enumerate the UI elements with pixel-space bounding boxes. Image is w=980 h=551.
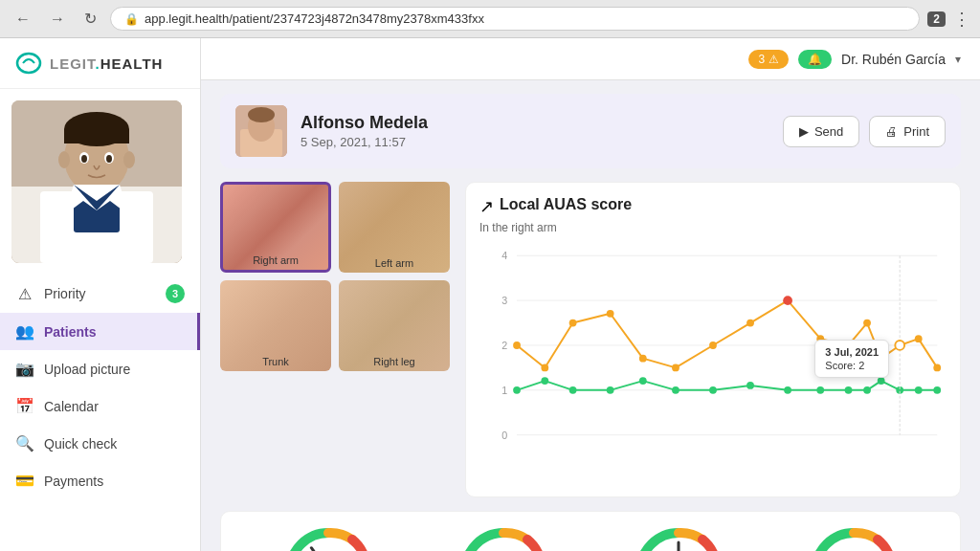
chart-title: Local AUAS score	[500, 196, 632, 213]
nav-label-payments: Payments	[44, 474, 103, 489]
nav-icon-payments: 💳	[15, 472, 34, 490]
notification-button[interactable]: 🔔	[798, 50, 832, 69]
sidebar-item-quick-check[interactable]: 🔍 Quick check	[0, 425, 200, 462]
sidebar-item-upload[interactable]: 📷 Upload picture	[0, 350, 200, 387]
svg-point-42	[915, 335, 923, 342]
nav-icon-priority: ⚠	[15, 285, 34, 303]
logo-icon	[15, 52, 42, 75]
forward-button[interactable]: →	[44, 9, 71, 30]
patient-name: Alfonso Medela	[301, 113, 769, 133]
logo-part2: HEALTH	[100, 55, 164, 72]
patient-date: 5 Sep, 2021, 11:57	[301, 135, 769, 149]
svg-rect-7	[64, 129, 129, 143]
patient-header: Alfonso Medela 5 Sep, 2021, 11:57 ▶ Send…	[220, 94, 961, 168]
image-label-trunk: Trunk	[262, 356, 289, 367]
svg-point-53	[816, 386, 824, 394]
send-button[interactable]: ▶ Send	[783, 116, 859, 147]
avatar-silhouette	[11, 100, 182, 263]
alert-count: 3	[758, 53, 765, 66]
chart-area: ↗ Local AUAS score In the right arm	[465, 182, 961, 497]
image-label-right-arm: Right arm	[253, 254, 299, 266]
user-name[interactable]: Dr. Rubén García	[841, 52, 946, 67]
nav-icon-calendar: 📅	[15, 397, 34, 415]
chart-container: 4 3 2 1 0	[479, 244, 947, 454]
send-label: Send	[814, 124, 843, 139]
svg-point-47	[607, 386, 614, 394]
gauge-wrap-right-leg: 2	[806, 523, 902, 551]
sidebar: LEGIT.HEALTH	[0, 38, 201, 551]
image-thumb-right-leg[interactable]: Right leg	[339, 280, 450, 371]
gauge-score-left-arm: 2	[497, 547, 508, 551]
nav-label-quick-check: Quick check	[44, 436, 117, 452]
svg-point-58	[915, 386, 923, 394]
gauge-section: 3 Right arm 2 Left arm	[220, 511, 961, 551]
address-bar[interactable]: 🔒 app.legit.health/patient/2374723j4872n…	[110, 7, 920, 31]
alert-button[interactable]: 3 ⚠	[748, 50, 789, 69]
gauge-trunk: 5 Trunk	[631, 523, 726, 551]
tooltip-score-label: Score:	[825, 360, 856, 371]
gauge-right-arm: 3 Right arm	[280, 523, 376, 551]
gauge-wrap-right-arm: 3	[280, 523, 376, 551]
svg-point-51	[746, 382, 754, 389]
svg-point-9	[123, 151, 135, 168]
svg-point-35	[746, 320, 754, 327]
svg-point-61	[895, 341, 904, 350]
user-area: 3 ⚠ 🔔 Dr. Rubén García ▾	[748, 50, 961, 69]
svg-text:4: 4	[501, 250, 507, 261]
image-thumb-right-arm[interactable]: Right arm	[220, 182, 331, 273]
tab-count[interactable]: 2	[927, 11, 946, 27]
nav-label-calendar: Calendar	[44, 399, 99, 414]
refresh-button[interactable]: ↻	[78, 8, 102, 30]
avatar-area	[0, 89, 200, 275]
gauge-wrap-left-arm: 2	[456, 523, 551, 551]
svg-text:0: 0	[501, 430, 507, 441]
nav-label-patients: Patients	[44, 324, 96, 340]
sidebar-item-priority[interactable]: ⚠ Priority 3	[0, 275, 200, 313]
svg-point-31	[607, 310, 614, 318]
print-icon: 🖨	[885, 124, 898, 139]
gauge-left-arm: 2 Left arm	[456, 523, 551, 551]
svg-text:2: 2	[501, 340, 507, 351]
action-buttons: ▶ Send 🖨 Print	[783, 116, 946, 147]
nav-label-priority: Priority	[44, 286, 86, 301]
svg-point-29	[541, 364, 548, 371]
nav-icon-upload: 📷	[15, 360, 34, 378]
gauge-score-right-leg: 2	[847, 547, 858, 551]
image-gallery: Right armLeft armTrunkRight leg	[220, 182, 450, 497]
back-button[interactable]: ←	[10, 9, 36, 30]
bell-icon: 🔔	[808, 53, 822, 66]
svg-point-13	[106, 155, 112, 163]
svg-point-43	[933, 364, 941, 371]
send-icon: ▶	[799, 124, 809, 139]
nav-icon-patients: 👥	[15, 322, 34, 341]
svg-point-30	[569, 320, 577, 327]
svg-point-36	[783, 296, 792, 305]
tooltip-score: Score: 2	[825, 360, 879, 371]
image-grid: Right armLeft armTrunkRight leg	[220, 182, 450, 371]
gauge-right-leg: 2 Right leg	[806, 523, 902, 551]
svg-point-52	[784, 386, 791, 394]
svg-point-49	[672, 386, 679, 394]
patient-area: Alfonso Medela 5 Sep, 2021, 11:57 ▶ Send…	[201, 80, 980, 551]
sidebar-item-patients[interactable]: 👥 Patients	[0, 313, 200, 350]
image-thumb-trunk[interactable]: Trunk	[220, 280, 331, 371]
app-layout: LEGIT.HEALTH	[0, 38, 980, 551]
image-thumb-left-arm[interactable]: Left arm	[339, 182, 450, 273]
patient-thumb-image	[235, 105, 287, 157]
print-button[interactable]: 🖨 Print	[869, 116, 946, 147]
main-content: 3 ⚠ 🔔 Dr. Rubén García ▾	[201, 38, 980, 551]
top-bar: 3 ⚠ 🔔 Dr. Rubén García ▾	[201, 38, 980, 80]
svg-point-45	[541, 377, 548, 385]
logo-text: LEGIT.HEALTH	[50, 55, 163, 72]
sidebar-item-payments[interactable]: 💳 Payments	[0, 462, 200, 499]
svg-point-50	[709, 386, 717, 394]
svg-point-34	[709, 342, 717, 349]
svg-point-8	[58, 151, 70, 168]
browser-menu-button[interactable]: ⋮	[953, 9, 970, 30]
svg-text:3: 3	[501, 295, 507, 306]
content-grid: Right armLeft armTrunkRight leg ↗ Local …	[220, 182, 961, 497]
svg-point-12	[81, 155, 87, 163]
gauge-score-right-arm: 3	[322, 547, 333, 551]
sidebar-item-calendar[interactable]: 📅 Calendar	[0, 387, 200, 425]
user-chevron-icon[interactable]: ▾	[955, 53, 961, 66]
